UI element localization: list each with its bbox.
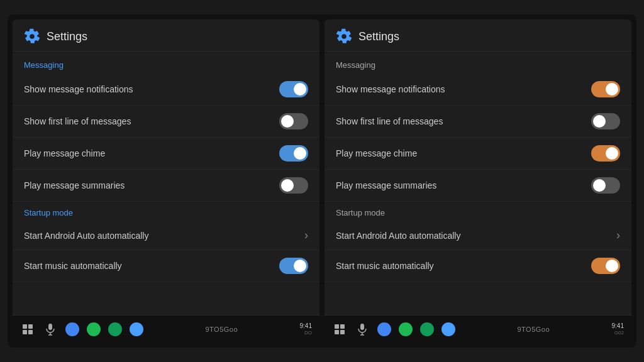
setting-row-auto-start-left[interactable]: Start Android Auto automatically ›: [13, 221, 319, 250]
gear-icon-left: [24, 28, 40, 45]
toggle-summaries-right[interactable]: [591, 177, 620, 194]
setting-row-auto-start-right[interactable]: Start Android Auto automatically ›: [325, 221, 631, 250]
right-bottom-bar: 9TO5Goo 9:41 G02: [325, 315, 631, 343]
setting-label: Show message notifications: [24, 84, 133, 94]
svg-rect-8: [340, 324, 345, 329]
setting-label: Play message summaries: [24, 180, 125, 190]
right-settings-content: Messaging Show message notifications Sho…: [325, 52, 631, 315]
svg-rect-7: [335, 324, 339, 329]
mic-icon-left[interactable]: [43, 322, 58, 337]
grid-icon-left[interactable]: [20, 322, 35, 337]
toggle-music-left[interactable]: [279, 258, 308, 274]
outer-wrapper: Settings Messaging Show message notifica…: [8, 14, 636, 348]
toggle-show-notifications-right[interactable]: [591, 81, 620, 97]
arrow-right-icon: ›: [304, 229, 308, 242]
left-panel-title: Settings: [47, 30, 87, 43]
toggle-show-notifications-left[interactable]: [279, 81, 308, 97]
toggle-first-line-right[interactable]: [591, 113, 620, 129]
svg-rect-2: [23, 330, 27, 334]
spotify-icon-left[interactable]: [87, 322, 101, 336]
setting-label: Start music automatically: [24, 261, 122, 271]
setting-row-summaries-left[interactable]: Play message summaries: [13, 170, 319, 202]
right-section2-label: Startup mode: [325, 202, 631, 221]
svg-rect-4: [48, 324, 52, 330]
maps-icon-right[interactable]: [377, 322, 391, 336]
svg-rect-11: [360, 324, 364, 330]
left-bottom-bar: 9TO5Goo 9:41 DO: [13, 315, 319, 343]
toggle-chime-right[interactable]: [591, 145, 620, 162]
left-bottom-icons: [20, 322, 143, 337]
phone-icon-right[interactable]: [420, 322, 434, 336]
left-settings-content: Messaging Show message notifications Sho…: [13, 52, 319, 315]
right-panel: Settings Messaging Show message notifica…: [325, 19, 631, 343]
arrow-right-icon-right: ›: [616, 229, 620, 242]
setting-row-music-left[interactable]: Start music automatically: [13, 250, 319, 282]
gear-icon-right: [336, 28, 352, 45]
setting-label: Play message chime: [336, 148, 417, 158]
svg-rect-1: [28, 324, 33, 329]
time-status-right: 9:41 G02: [612, 322, 624, 336]
toggle-chime-left[interactable]: [279, 145, 308, 162]
toggle-summaries-left[interactable]: [279, 177, 308, 194]
toggle-music-right[interactable]: [591, 258, 620, 274]
setting-label: Start music automatically: [336, 261, 434, 271]
toggle-first-line-left[interactable]: [279, 113, 308, 129]
mic-icon-right[interactable]: [355, 322, 370, 337]
right-section1-label: Messaging: [325, 54, 631, 74]
right-panel-title: Settings: [358, 30, 399, 43]
setting-row-chime-left[interactable]: Play message chime: [13, 138, 319, 170]
watermark-right: 9TO5Goo: [517, 326, 550, 333]
setting-label: Play message chime: [24, 148, 105, 158]
settings-icon-right[interactable]: [441, 322, 455, 336]
setting-row-show-notifications-left[interactable]: Show message notifications: [13, 74, 319, 106]
grid-icon-right[interactable]: [332, 322, 347, 337]
left-section1-label: Messaging: [13, 54, 319, 74]
spotify-icon-right[interactable]: [399, 322, 413, 336]
phone-icon-left[interactable]: [108, 322, 122, 336]
settings-icon-left[interactable]: [130, 322, 143, 336]
watermark-left: 9TO5Goo: [205, 326, 238, 333]
setting-row-first-line-right[interactable]: Show first line of messages: [325, 106, 631, 138]
svg-rect-10: [340, 330, 345, 334]
setting-label: Start Android Auto automatically: [336, 231, 460, 241]
setting-row-chime-right[interactable]: Play message chime: [325, 138, 631, 170]
setting-row-music-right[interactable]: Start music automatically: [325, 250, 631, 282]
maps-icon-left[interactable]: [65, 322, 79, 336]
setting-label: Start Android Auto automatically: [24, 231, 148, 241]
left-panel-header: Settings: [13, 19, 319, 52]
setting-row-summaries-right[interactable]: Play message summaries: [325, 170, 631, 202]
setting-label: Show message notifications: [336, 84, 445, 94]
svg-rect-9: [335, 330, 339, 334]
setting-label: Play message summaries: [336, 180, 436, 190]
left-panel: Settings Messaging Show message notifica…: [13, 19, 319, 343]
svg-rect-0: [23, 324, 27, 329]
svg-rect-3: [28, 330, 33, 334]
setting-label: Show first line of messages: [336, 116, 443, 126]
left-section2-label: Startup mode: [13, 202, 319, 221]
setting-row-show-notifications-right[interactable]: Show message notifications: [325, 74, 631, 106]
setting-row-first-line-left[interactable]: Show first line of messages: [13, 106, 319, 138]
setting-label: Show first line of messages: [24, 116, 131, 126]
right-bottom-icons: [332, 322, 455, 337]
time-status-left: 9:41 DO: [300, 322, 312, 336]
right-panel-header: Settings: [325, 19, 631, 52]
